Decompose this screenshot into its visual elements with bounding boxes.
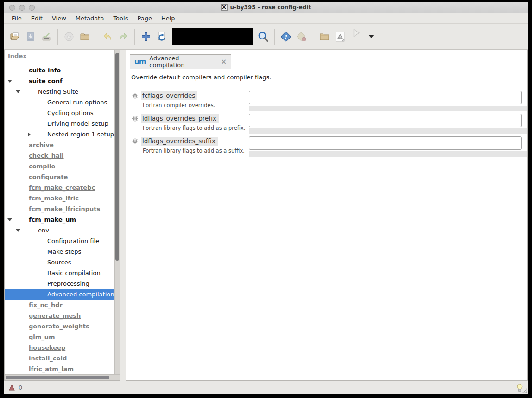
menu-edit[interactable]: Edit [26, 14, 47, 23]
tree-item[interactable]: fix_nc_hdr [5, 300, 114, 310]
tree-item[interactable]: Cycling options [5, 108, 114, 118]
run-suite-button[interactable] [348, 25, 363, 41]
tree-item[interactable]: Make steps [5, 246, 114, 257]
divider [54, 381, 54, 394]
tree-item-label: Nested region 1 setup [47, 129, 114, 140]
tree-item[interactable]: generate_weights [5, 321, 114, 332]
question-diamond-icon: ? [280, 31, 292, 43]
search-entry-redacted[interactable] [172, 28, 253, 45]
load-all-apps-button[interactable] [62, 29, 76, 45]
toolbar: ? [4, 24, 528, 50]
field-input-ldflags_overrides_prefix[interactable] [249, 114, 522, 127]
undo-button[interactable] [100, 29, 115, 45]
menu-tools[interactable]: Tools [108, 14, 133, 23]
load-metadata-button[interactable] [77, 29, 92, 45]
tree-item[interactable]: Driving model setup [5, 118, 114, 129]
tree-item[interactable]: Advanced compilation [5, 289, 114, 300]
tree-item[interactable]: fcm_make_createbc [5, 182, 114, 193]
tree-item[interactable]: compile [5, 161, 114, 172]
run-suite-options-dropdown[interactable] [368, 35, 374, 38]
window-minimize-button[interactable] [19, 5, 25, 11]
menu-file[interactable]: File [7, 14, 26, 23]
tree-item[interactable]: Basic compilation [5, 268, 114, 278]
vertical-scroll-thumb[interactable] [115, 53, 119, 261]
field-input-fcflags_overrides[interactable] [249, 91, 522, 104]
title-bar[interactable]: u-by395 - rose config-edit [4, 2, 528, 13]
expander-right-icon[interactable] [28, 132, 31, 137]
index-sidebar: Index suite infosuite confNesting SuiteG… [4, 50, 120, 381]
tree-item[interactable]: env [5, 225, 114, 236]
page-panel: um Advanced compilation Override default… [126, 50, 528, 381]
transform-metadata-button[interactable] [294, 29, 309, 45]
tab-close-icon[interactable] [221, 58, 227, 65]
revert-button[interactable] [154, 29, 169, 45]
expander-down-icon[interactable] [7, 80, 12, 83]
save-button[interactable] [23, 29, 38, 45]
tree-item[interactable]: archive [5, 140, 114, 150]
tree-item[interactable]: General run options [5, 97, 114, 108]
tree-item-label: Basic compilation [47, 268, 101, 278]
play-outline-icon [350, 27, 361, 39]
menu-view[interactable]: View [47, 14, 71, 23]
index-tree: suite infosuite confNesting SuiteGeneral… [5, 62, 114, 374]
tree-item[interactable]: configurate [5, 172, 114, 182]
expander-down-icon[interactable] [7, 218, 12, 221]
open-button[interactable] [7, 29, 22, 45]
tree-item[interactable]: suite info [5, 65, 114, 76]
expander-down-icon[interactable] [16, 229, 20, 232]
toolbar-separator [57, 29, 58, 45]
menu-bar: File Edit View Metadata Tools Page Help [4, 13, 528, 24]
tree-item[interactable]: fcm_make_lfric [5, 193, 114, 204]
window-zoom-button[interactable] [29, 5, 35, 11]
check-and-save-button[interactable] [39, 29, 54, 45]
toolbar-separator [313, 29, 313, 45]
expander-down-icon[interactable] [16, 90, 20, 93]
tree-item[interactable]: Sources [5, 257, 114, 268]
find-button[interactable] [256, 29, 271, 45]
sidebar-horizontal-scrollbar[interactable] [5, 374, 120, 380]
tree-item[interactable]: fcm_make_um [5, 214, 114, 225]
view-output-button[interactable] [333, 29, 348, 45]
tab-advanced-compilation[interactable]: um Advanced compilation [130, 54, 231, 69]
validate-metadata-button[interactable]: ? [279, 29, 293, 45]
pane-splitter[interactable] [120, 50, 126, 381]
tree-item[interactable]: Nested region 1 setup [5, 129, 114, 140]
browse-files-button[interactable] [317, 29, 332, 45]
add-button[interactable] [139, 29, 153, 45]
tree-item[interactable]: check_hall [5, 150, 114, 161]
tree-item-label: archive [29, 140, 54, 150]
tree-item[interactable]: lfric_atm_lam [5, 364, 114, 374]
sidebar-vertical-scrollbar[interactable] [114, 50, 120, 374]
window-close-button[interactable] [9, 5, 15, 11]
tree-item-label: fcm_make_createbc [29, 182, 95, 193]
tree-item[interactable]: suite conf [5, 76, 114, 86]
um-logo-icon: um [134, 58, 146, 66]
search-icon [257, 31, 269, 43]
tree-item-label: Configuration file [47, 236, 99, 246]
status-bar: 0 [4, 381, 528, 394]
tree-item[interactable]: housekeep [5, 342, 114, 353]
tree-item[interactable]: Preprocessing [5, 278, 114, 289]
tree-item[interactable]: glm_um [5, 332, 114, 342]
horizontal-scroll-thumb[interactable] [6, 376, 109, 379]
divider [128, 84, 526, 84]
redo-button[interactable] [116, 29, 131, 45]
field-input-ldflags_overrides_suffix[interactable] [249, 136, 522, 150]
tree-item-label: compile [29, 161, 55, 172]
toolbar-separator [274, 29, 275, 45]
menu-help[interactable]: Help [157, 14, 180, 23]
tree-item-label: Make steps [47, 246, 81, 257]
field-help: Fortran library flags to add as a suffix… [143, 148, 245, 154]
tree-item[interactable]: install_cold [5, 353, 114, 364]
tree-item[interactable]: Nesting Suite [5, 86, 114, 97]
field-row: fcflags_overrides Fortran compiler overr… [126, 91, 527, 112]
plus-icon [140, 31, 152, 42]
resize-grip[interactable] [521, 387, 527, 393]
tree-item[interactable]: fcm_make_lfricinputs [5, 204, 114, 214]
tree-item[interactable]: Configuration file [5, 236, 114, 246]
menu-page[interactable]: Page [133, 14, 156, 23]
field-latent-bar [249, 106, 527, 111]
document-warning-icon [334, 31, 346, 43]
tree-item[interactable]: generate_mesh [5, 310, 114, 321]
menu-metadata[interactable]: Metadata [71, 14, 109, 23]
